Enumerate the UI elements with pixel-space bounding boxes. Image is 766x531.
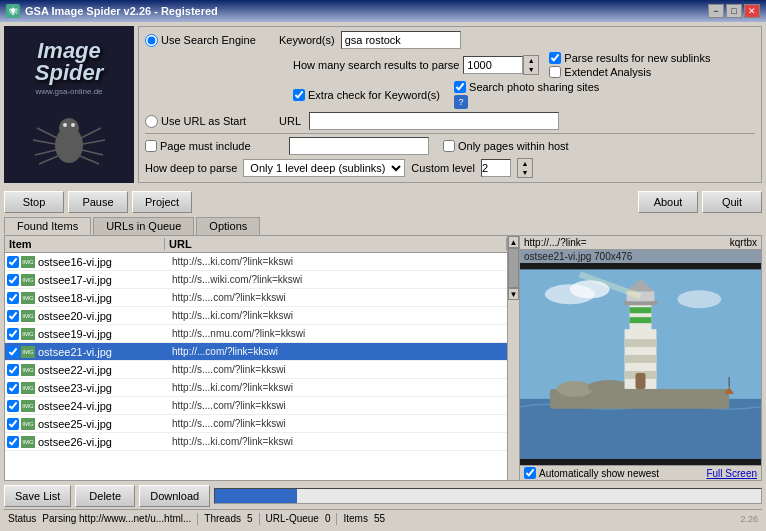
row-checkbox[interactable]: [7, 400, 19, 412]
auto-show-checkbox-label[interactable]: Automatically show newest: [524, 467, 659, 479]
list-body[interactable]: IMG ostsee16-vi.jpg http://s...ki.com/?l…: [5, 253, 507, 480]
extra-check-checkbox-label[interactable]: Extra check for Keyword(s): [293, 89, 440, 101]
table-row[interactable]: IMG ostsee26-vi.jpg http://s...ki.com/?l…: [5, 433, 507, 451]
svg-point-15: [557, 381, 593, 397]
full-screen-button[interactable]: Full Screen: [706, 468, 757, 479]
table-row[interactable]: IMG ostsee17-vi.jpg http://s...wiki.com/…: [5, 271, 507, 289]
search-photo-checkbox[interactable]: [454, 81, 466, 93]
download-button[interactable]: Download: [139, 485, 210, 507]
table-row[interactable]: IMG ostsee19-vi.jpg http://s...nmu.com/?…: [5, 325, 507, 343]
search-results-input[interactable]: [463, 56, 523, 74]
delete-button[interactable]: Delete: [75, 485, 135, 507]
row-checkbox[interactable]: [7, 274, 19, 286]
logo-panel: Image Spider www.gsa-online.de: [4, 26, 134, 183]
row-checkbox[interactable]: [7, 364, 19, 376]
use-search-engine-radio-label[interactable]: Use Search Engine: [145, 34, 275, 47]
row-name: ostsee26-vi.jpg: [38, 436, 168, 448]
maximize-button[interactable]: □: [726, 4, 742, 18]
quit-button[interactable]: Quit: [702, 191, 762, 213]
row-checkbox[interactable]: [7, 328, 19, 340]
stop-button[interactable]: Stop: [4, 191, 64, 213]
scroll-down-arrow[interactable]: ▼: [508, 288, 519, 300]
progress-fill: [215, 489, 297, 503]
row-checkbox[interactable]: [7, 436, 19, 448]
row-icon: IMG: [21, 292, 35, 304]
scroll-thumb[interactable]: [508, 248, 519, 288]
row-checkbox[interactable]: [7, 382, 19, 394]
row-icon: IMG: [21, 310, 35, 322]
table-row[interactable]: IMG ostsee24-vi.jpg http://s....com/?lin…: [5, 397, 507, 415]
row-icon: IMG: [21, 418, 35, 430]
page-include-input[interactable]: [289, 137, 429, 155]
extra-check-checkbox[interactable]: [293, 89, 305, 101]
svg-rect-23: [630, 317, 652, 323]
table-row[interactable]: IMG ostsee25-vi.jpg http://s....com/?lin…: [5, 415, 507, 433]
scroll-up-arrow[interactable]: ▲: [508, 236, 519, 248]
custom-level-input[interactable]: [481, 159, 511, 177]
minimize-button[interactable]: −: [708, 4, 724, 18]
table-row[interactable]: IMG ostsee16-vi.jpg http://s...ki.com/?l…: [5, 253, 507, 271]
svg-point-3: [71, 123, 75, 127]
parse-results-checkbox[interactable]: [549, 52, 561, 64]
auto-show-checkbox[interactable]: [524, 467, 536, 479]
url-queue-value: 0: [325, 513, 331, 524]
tab-options[interactable]: Options: [196, 217, 260, 235]
row-name: ostsee25-vi.jpg: [38, 418, 168, 430]
page-must-include-checkbox-label[interactable]: Page must include: [145, 140, 285, 152]
custom-level-down[interactable]: ▼: [518, 168, 532, 177]
row-url: http://s....com/?link=kkswi: [168, 364, 507, 375]
table-row[interactable]: IMG ostsee22-vi.jpg http://s....com/?lin…: [5, 361, 507, 379]
items-label: Items: [343, 513, 367, 524]
list-scrollbar[interactable]: ▲ ▼: [507, 236, 519, 480]
row-checkbox[interactable]: [7, 256, 19, 268]
row-checkbox[interactable]: [7, 346, 19, 358]
help-icon[interactable]: ?: [454, 95, 468, 109]
spinner-down[interactable]: ▼: [524, 65, 538, 74]
svg-rect-26: [624, 301, 658, 305]
search-photo-checkbox-label[interactable]: Search photo sharing sites: [454, 81, 599, 93]
keyword-input[interactable]: [341, 31, 461, 49]
svg-line-9: [83, 140, 105, 144]
column-header-url: URL: [165, 238, 507, 250]
use-search-engine-radio[interactable]: [145, 34, 158, 47]
table-row[interactable]: IMG ostsee23-vi.jpg http://s...ki.com/?l…: [5, 379, 507, 397]
extended-analysis-checkbox-label[interactable]: Extendet Analysis: [549, 66, 710, 78]
pause-button[interactable]: Pause: [68, 191, 128, 213]
table-row[interactable]: IMG ostsee20-vi.jpg http://s...ki.com/?l…: [5, 307, 507, 325]
row-url: http://s...nmu.com/?link=kkswi: [168, 328, 507, 339]
threads-value: 5: [247, 513, 253, 524]
use-url-radio-label[interactable]: Use URL as Start: [145, 115, 275, 128]
spinner-up[interactable]: ▲: [524, 56, 538, 65]
table-row[interactable]: IMG ostsee18-vi.jpg http://s....com/?lin…: [5, 289, 507, 307]
parse-results-checkbox-label[interactable]: Parse results for new sublinks: [549, 52, 710, 64]
use-url-radio[interactable]: [145, 115, 158, 128]
row-url: http://s...ki.com/?link=kkswi: [168, 382, 507, 393]
custom-level-up[interactable]: ▲: [518, 159, 532, 168]
page-must-include-checkbox[interactable]: [145, 140, 157, 152]
row-url: http://s....com/?link=kkswi: [168, 292, 507, 303]
tab-found-items[interactable]: Found Items: [4, 217, 91, 235]
only-pages-checkbox[interactable]: [443, 140, 455, 152]
about-button[interactable]: About: [638, 191, 698, 213]
bottom-action-row: Save List Delete Download: [4, 485, 762, 507]
row-checkbox[interactable]: [7, 418, 19, 430]
depth-select[interactable]: Only 1 level deep (sublinks): [243, 159, 405, 177]
row-name: ostsee22-vi.jpg: [38, 364, 168, 376]
row-checkbox[interactable]: [7, 310, 19, 322]
tab-urls-queue[interactable]: URLs in Queue: [93, 217, 194, 235]
url-input[interactable]: [309, 112, 559, 130]
project-button[interactable]: Project: [132, 191, 192, 213]
save-list-button[interactable]: Save List: [4, 485, 71, 507]
table-row[interactable]: IMG ostsee21-vi.jpg http://...com/?link=…: [5, 343, 507, 361]
svg-line-6: [35, 150, 56, 155]
row-icon: IMG: [21, 382, 35, 394]
svg-rect-19: [625, 355, 657, 363]
search-results-label: How many search results to parse: [293, 59, 459, 71]
preview-footer: Automatically show newest Full Screen: [520, 465, 761, 480]
only-pages-checkbox-label[interactable]: Only pages within host: [443, 140, 569, 152]
extended-analysis-checkbox[interactable]: [549, 66, 561, 78]
svg-line-11: [80, 156, 99, 164]
row-checkbox[interactable]: [7, 292, 19, 304]
close-button[interactable]: ✕: [744, 4, 760, 18]
svg-point-32: [570, 280, 610, 298]
